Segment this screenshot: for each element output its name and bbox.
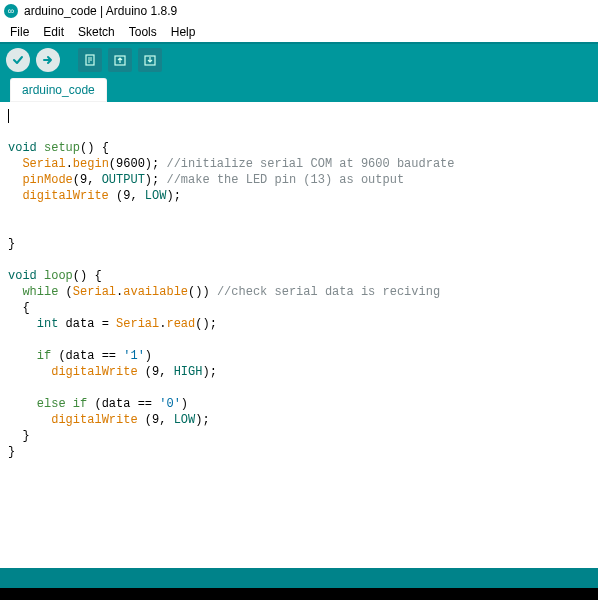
menubar: File Edit Sketch Tools Help — [0, 22, 598, 42]
code-token: } — [8, 445, 15, 459]
code-token — [8, 349, 37, 363]
code-token: '0' — [159, 397, 181, 411]
code-token — [8, 397, 37, 411]
code-token — [8, 173, 22, 187]
code-token: void — [8, 141, 37, 155]
code-token: ); — [202, 365, 216, 379]
code-token: } — [8, 429, 30, 443]
code-token: (9, — [138, 413, 174, 427]
upload-button[interactable] — [36, 48, 60, 72]
code-token: else — [37, 397, 66, 411]
titlebar: arduino_code | Arduino 1.8.9 — [0, 0, 598, 22]
menu-edit[interactable]: Edit — [37, 24, 70, 40]
code-token: digitalWrite — [51, 413, 137, 427]
code-token: . — [66, 157, 73, 171]
code-token: loop — [44, 269, 73, 283]
arrow-right-icon — [41, 53, 55, 67]
code-token: (); — [195, 317, 217, 331]
code-token: ) — [145, 349, 152, 363]
code-token: HIGH — [174, 365, 203, 379]
code-token: (data == — [51, 349, 123, 363]
code-token — [8, 189, 22, 203]
code-token: LOW — [174, 413, 196, 427]
arrow-up-icon — [113, 53, 127, 67]
toolbar — [0, 42, 598, 76]
status-bar — [0, 568, 598, 588]
window-title: arduino_code | Arduino 1.8.9 — [24, 4, 177, 18]
code-token: ); — [166, 189, 180, 203]
verify-button[interactable] — [6, 48, 30, 72]
code-token — [8, 365, 51, 379]
code-token: Serial — [22, 157, 65, 171]
menu-sketch[interactable]: Sketch — [72, 24, 121, 40]
code-token: //make the LED pin (13) as output — [166, 173, 404, 187]
code-token: read — [166, 317, 195, 331]
file-icon — [83, 53, 97, 67]
code-token: LOW — [145, 189, 167, 203]
new-sketch-button[interactable] — [78, 48, 102, 72]
code-token: { — [8, 301, 30, 315]
code-token: Serial — [73, 285, 116, 299]
menu-tools[interactable]: Tools — [123, 24, 163, 40]
code-token: begin — [73, 157, 109, 171]
code-token: OUTPUT — [102, 173, 145, 187]
arduino-logo-icon — [4, 4, 18, 18]
code-token: ) — [181, 397, 188, 411]
text-cursor — [8, 109, 9, 123]
code-token: if — [73, 397, 87, 411]
save-sketch-button[interactable] — [138, 48, 162, 72]
check-icon — [11, 53, 25, 67]
code-token: ); — [195, 413, 209, 427]
code-token: } — [8, 237, 15, 251]
code-token: data = — [58, 317, 116, 331]
tab-sketch[interactable]: arduino_code — [10, 78, 107, 102]
code-token: //check serial data is reciving — [217, 285, 440, 299]
code-token — [37, 269, 44, 283]
console-area[interactable] — [0, 588, 598, 600]
code-token — [8, 317, 37, 331]
tab-label: arduino_code — [22, 83, 95, 97]
code-token — [66, 397, 73, 411]
menu-file[interactable]: File — [4, 24, 35, 40]
code-token: (9, — [73, 173, 102, 187]
menu-help[interactable]: Help — [165, 24, 202, 40]
code-token — [37, 141, 44, 155]
code-token — [8, 285, 22, 299]
code-token: '1' — [123, 349, 145, 363]
code-token: () { — [80, 141, 109, 155]
arrow-down-icon — [143, 53, 157, 67]
code-token: //initialize serial COM at 9600 baudrate — [166, 157, 454, 171]
code-editor[interactable]: void setup() { Serial.begin(9600); //ini… — [0, 102, 598, 568]
code-token: (9, — [109, 189, 145, 203]
tabbar: arduino_code — [0, 76, 598, 102]
code-token: while — [22, 285, 58, 299]
code-token: digitalWrite — [51, 365, 137, 379]
code-token — [8, 157, 22, 171]
code-token: () { — [73, 269, 102, 283]
code-token: pinMode — [22, 173, 72, 187]
code-token: Serial — [116, 317, 159, 331]
code-token: ( — [58, 285, 72, 299]
code-token: (data == — [87, 397, 159, 411]
code-token: ()) — [188, 285, 217, 299]
code-token: (9600); — [109, 157, 167, 171]
code-token: void — [8, 269, 37, 283]
code-token: if — [37, 349, 51, 363]
open-sketch-button[interactable] — [108, 48, 132, 72]
code-token: (9, — [138, 365, 174, 379]
code-token: digitalWrite — [22, 189, 108, 203]
code-token: int — [37, 317, 59, 331]
code-token: ); — [145, 173, 167, 187]
code-token — [8, 413, 51, 427]
code-token: available — [123, 285, 188, 299]
code-token: setup — [44, 141, 80, 155]
